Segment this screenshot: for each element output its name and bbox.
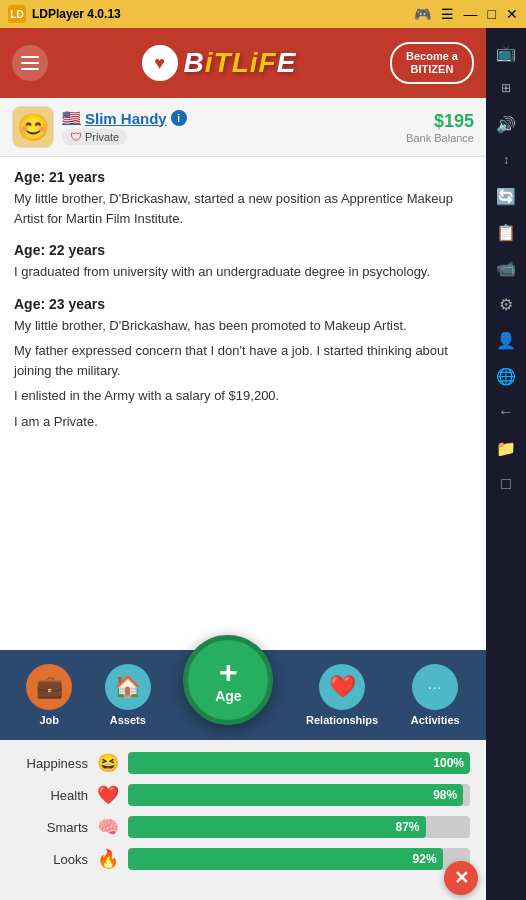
stat-bar-fill-health: 98% xyxy=(128,784,463,806)
logo-text: BBiTiTLiFE xyxy=(184,47,297,79)
story-text-23c: I enlisted in the Army with a salary of … xyxy=(14,386,472,406)
sidebar-resize-icon[interactable]: ↕ xyxy=(490,144,522,176)
nav-assets[interactable]: 🏠 Assets xyxy=(105,664,151,726)
stat-value-health: 98% xyxy=(433,788,457,802)
age-plus-icon: + xyxy=(219,656,238,688)
bottom-nav: 💼 Job 🏠 Assets + Age ❤️ Relationships ··… xyxy=(0,650,486,900)
story-text-23a: My little brother, D'Brickashaw, has bee… xyxy=(14,316,472,336)
gamepad-icon[interactable]: 🎮 xyxy=(414,6,431,22)
right-sidebar: 📺 ⊞ 🔊 ↕ 🔄 📋 📹 ⚙ 👤 🌐 ← 📁 □ xyxy=(486,28,526,900)
sidebar-tv-icon[interactable]: 📺 xyxy=(490,36,522,68)
sidebar-back-icon[interactable]: ← xyxy=(490,396,522,428)
stat-value-happiness: 100% xyxy=(433,756,464,770)
sidebar-folder-icon[interactable]: 📁 xyxy=(490,432,522,464)
header-left xyxy=(12,45,48,81)
menu-line-3 xyxy=(21,68,39,70)
shield-icon: 🛡 xyxy=(70,130,82,144)
logo-circle-icon: ♥ xyxy=(142,45,178,81)
sidebar-gear-icon[interactable]: ⚙ xyxy=(490,288,522,320)
bitizen-line1: Become a xyxy=(406,50,458,63)
assets-label: Assets xyxy=(110,714,146,726)
story-entry-21: Age: 21 years My little brother, D'Brick… xyxy=(14,169,472,228)
stat-label-smarts: Smarts xyxy=(16,820,88,835)
nav-relationships[interactable]: ❤️ Relationships xyxy=(306,664,378,726)
story-area[interactable]: Age: 21 years My little brother, D'Brick… xyxy=(0,157,486,525)
story-age-21: Age: 21 years xyxy=(14,169,472,185)
stat-row-health: Health❤️98% xyxy=(16,784,470,806)
title-bar-controls: 🎮 ☰ — □ ✕ xyxy=(414,6,518,22)
stats-area: Happiness😆100%Health❤️98%Smarts🧠87%Looks… xyxy=(0,740,486,900)
nav-activities[interactable]: ··· Activities xyxy=(411,664,460,726)
title-bar-left: LD LDPlayer 4.0.13 xyxy=(8,5,121,23)
profile-info: 🇺🇸 Slim Handy i 🛡 Private xyxy=(62,109,187,145)
logo-b: B xyxy=(184,47,205,78)
age-button[interactable]: + Age xyxy=(183,635,273,725)
stat-label-looks: Looks xyxy=(16,852,88,867)
age-label: Age xyxy=(215,688,241,704)
stat-emoji-smarts: 🧠 xyxy=(96,816,120,838)
stat-bar-fill-smarts: 87% xyxy=(128,816,426,838)
rank-badge: 🛡 Private xyxy=(62,129,127,145)
menu-icon[interactable]: ☰ xyxy=(441,6,454,22)
minimize-icon[interactable]: — xyxy=(464,6,478,22)
bank-balance-label: Bank Balance xyxy=(406,132,474,144)
avatar: 😊 xyxy=(12,106,54,148)
bitizen-button[interactable]: Become a BITIZEN xyxy=(390,42,474,84)
story-entry-23: Age: 23 years My little brother, D'Brick… xyxy=(14,296,472,432)
profile-bar: 😊 🇺🇸 Slim Handy i 🛡 Private $195 Bank Ba… xyxy=(0,98,486,157)
assets-icon: 🏠 xyxy=(105,664,151,710)
rank-label: Private xyxy=(85,131,119,143)
flag-icon: 🇺🇸 xyxy=(62,109,81,127)
story-age-22: Age: 22 years xyxy=(14,242,472,258)
nav-job[interactable]: 💼 Job xyxy=(26,664,72,726)
sidebar-clipboard-icon[interactable]: 📋 xyxy=(490,216,522,248)
hamburger-menu-button[interactable] xyxy=(12,45,48,81)
job-icon: 💼 xyxy=(26,664,72,710)
sidebar-global-icon[interactable]: 🌐 xyxy=(490,360,522,392)
relationships-label: Relationships xyxy=(306,714,378,726)
activities-icon: ··· xyxy=(412,664,458,710)
bank-balance: $195 xyxy=(406,111,474,132)
story-age-23: Age: 23 years xyxy=(14,296,472,312)
game-area: ♥ BBiTiTLiFE Become a BITIZEN 😊 🇺🇸 Slim … xyxy=(0,28,486,900)
stat-bar-bg-looks: 92% xyxy=(128,848,470,870)
stat-bar-bg-smarts: 87% xyxy=(128,816,470,838)
stat-bar-bg-happiness: 100% xyxy=(128,752,470,774)
close-icon[interactable]: ✕ xyxy=(506,6,518,22)
app-name: LDPlayer 4.0.13 xyxy=(32,7,121,21)
sidebar-volume-icon[interactable]: 🔊 xyxy=(490,108,522,140)
stat-label-happiness: Happiness xyxy=(16,756,88,771)
stat-label-health: Health xyxy=(16,788,88,803)
info-icon[interactable]: i xyxy=(171,110,187,126)
avatar-emoji: 😊 xyxy=(17,112,49,143)
sidebar-refresh-icon[interactable]: 🔄 xyxy=(490,180,522,212)
logo: ♥ BBiTiTLiFE xyxy=(142,45,297,81)
close-fab-button[interactable]: ✕ xyxy=(444,861,478,895)
stat-bar-fill-happiness: 100% xyxy=(128,752,470,774)
stat-value-smarts: 87% xyxy=(396,820,420,834)
stat-emoji-looks: 🔥 xyxy=(96,848,120,870)
app-icon: LD xyxy=(8,5,26,23)
maximize-icon[interactable]: □ xyxy=(488,6,496,22)
nav-bar: 💼 Job 🏠 Assets + Age ❤️ Relationships ··… xyxy=(0,650,486,740)
menu-line-2 xyxy=(21,62,39,64)
close-fab-icon: ✕ xyxy=(454,867,469,889)
story-text-23d: I am a Private. xyxy=(14,412,472,432)
sidebar-grid-icon[interactable]: ⊞ xyxy=(490,72,522,104)
profile-rank: 🛡 Private xyxy=(62,129,187,145)
stat-row-looks: Looks🔥92% xyxy=(16,848,470,870)
stat-row-smarts: Smarts🧠87% xyxy=(16,816,470,838)
character-name: Slim Handy xyxy=(85,110,167,127)
sidebar-video-icon[interactable]: 📹 xyxy=(490,252,522,284)
stat-emoji-health: ❤️ xyxy=(96,784,120,806)
stat-bar-bg-health: 98% xyxy=(128,784,470,806)
story-text-23b: My father expressed concern that I don't… xyxy=(14,341,472,380)
relationships-icon: ❤️ xyxy=(319,664,365,710)
sidebar-user-icon[interactable]: 👤 xyxy=(490,324,522,356)
stat-row-happiness: Happiness😆100% xyxy=(16,752,470,774)
story-text-22: I graduated from university with an unde… xyxy=(14,262,472,282)
profile-name[interactable]: 🇺🇸 Slim Handy i xyxy=(62,109,187,127)
profile-left: 😊 🇺🇸 Slim Handy i 🛡 Private xyxy=(12,106,187,148)
stat-emoji-happiness: 😆 xyxy=(96,752,120,774)
sidebar-window-icon[interactable]: □ xyxy=(490,468,522,500)
